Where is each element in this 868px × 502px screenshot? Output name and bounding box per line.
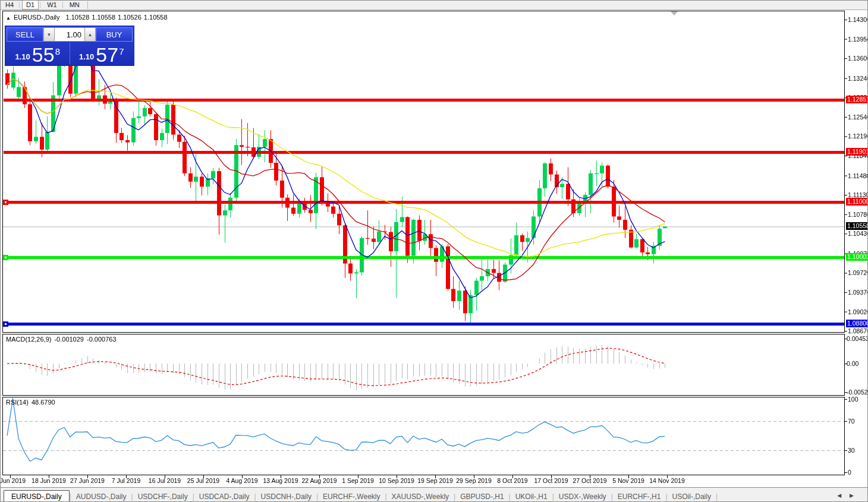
sell-price-big: 55: [32, 46, 55, 64]
ohlc-open: 1.10528: [66, 14, 90, 21]
macd-value: -0.001029: [54, 336, 84, 343]
tab-gbpusd[interactable]: GBPUSD-,H1: [455, 491, 508, 502]
toolbar-separator: [19, 2, 20, 8]
timeframe-button-d1[interactable]: D1: [22, 0, 39, 10]
date-label: 1 Sep 2019: [342, 477, 374, 484]
date-label: 18 Jun 2019: [32, 477, 66, 484]
price-tick-label: 1.11480: [848, 172, 868, 179]
price-tick-label: 1.13950: [848, 36, 868, 43]
macd-axis-label: 0.004536: [847, 335, 867, 342]
price-tick-label: 1.13240: [848, 75, 868, 82]
volume-up-spinner[interactable]: ▲: [84, 27, 96, 42]
date-label: 27 Jun 2019: [70, 477, 105, 484]
volume-input[interactable]: 1.00: [55, 27, 84, 42]
buy-price-prefix: 1.10: [79, 52, 94, 61]
scroll-to-end-marker[interactable]: [671, 11, 678, 15]
rsi-name: RSI(14): [6, 399, 29, 406]
price-level-badge: 1.08800: [846, 320, 868, 327]
date-label: 9 Jun 2019: [0, 477, 26, 484]
date-label: 8 Oct 2019: [497, 477, 527, 484]
macd-signal-value: -0.000763: [87, 336, 117, 343]
price-tick-label: 1.12540: [848, 113, 868, 121]
price-tick-label: 1.10780: [848, 211, 868, 218]
date-label: 5 Nov 2019: [612, 477, 644, 484]
price-level-badge: 1.10003: [846, 253, 868, 261]
date-label: 25 Jul 2019: [187, 477, 219, 484]
date-label: 29 Sep 2019: [456, 477, 492, 484]
buy-price-big: 57: [96, 46, 118, 64]
tab-usdcnh[interactable]: USDCNH-,Daily: [256, 491, 316, 502]
date-label: 16 Jul 2019: [149, 477, 181, 484]
timeframe-button-mn[interactable]: MN: [65, 0, 84, 10]
price-level-badge: 1.11901: [846, 148, 868, 156]
date-label: 13 Aug 2019: [263, 477, 298, 484]
buy-price-display[interactable]: 1.10577: [71, 43, 133, 64]
rsi-axis-label: 70: [848, 418, 868, 425]
toolbar-group-separator: [87, 1, 88, 9]
price-tick-label: 1.13600: [848, 55, 868, 62]
tab-eurchf[interactable]: EURCHF-,H1: [613, 491, 666, 502]
one-click-trading-panel: SELL ▼ 1.00 ▲ BUY 1.10558 1.10577: [5, 26, 134, 66]
date-label: 10 Sep 2019: [379, 477, 414, 484]
chart-title: ▲EURUSD-,Daily1.105281.105581.105261.105…: [6, 14, 170, 21]
tab-usdchf[interactable]: USDCHF-,Daily: [133, 491, 193, 502]
rsi-value: 48.6790: [32, 399, 55, 406]
tab-eurchf[interactable]: EURCHF-,Weekly: [318, 491, 385, 502]
toolbar-separator: [62, 2, 63, 8]
rsi-indicator-label: RSI(14)48.6790: [6, 399, 58, 406]
tab-usoil[interactable]: USOil-,Daily: [668, 491, 716, 502]
sell-price-pipette: 8: [55, 46, 60, 56]
toolbar-separator: [40, 2, 40, 8]
chart-canvas[interactable]: [0, 10, 868, 487]
date-label: 22 Aug 2019: [302, 477, 337, 484]
ohlc-close: 1.10558: [144, 14, 168, 21]
ohlc-low: 1.10526: [118, 14, 141, 21]
price-tick-label: 1.14300: [848, 16, 868, 23]
macd-indicator-label: MACD(12,26,9)-0.001029-0.000763: [6, 336, 119, 343]
volume-down-spinner[interactable]: ▼: [43, 27, 55, 42]
tab-audusd[interactable]: AUDUSD-,Daily: [71, 491, 131, 502]
macd-axis-label: -0.005205: [847, 389, 867, 396]
sell-button[interactable]: SELL: [7, 27, 43, 42]
rsi-axis-label: 30: [848, 447, 868, 454]
price-tick-label: 1.08670: [848, 327, 868, 334]
tab-usdcad[interactable]: USDCAD-,Daily: [194, 491, 254, 502]
price-tick-label: 1.09720: [848, 269, 868, 276]
tab-xauusd[interactable]: XAUUSD-,Weekly: [387, 491, 454, 502]
sell-price-display[interactable]: 1.10558: [7, 43, 69, 64]
chart-area: ▲EURUSD-,Daily1.105281.105581.105261.105…: [0, 10, 868, 487]
buy-price-pipette: 7: [119, 46, 124, 56]
price-level-badge: 1.11000: [846, 198, 868, 206]
tab-eurusd[interactable]: EURUSD-,Daily: [4, 490, 70, 502]
macd-axis-label: 0.00: [847, 360, 867, 367]
terminal-window: H4D1W1MN ▲EURUSD-,Daily1.105281.105581.1…: [0, 0, 868, 502]
rsi-axis-label: 100: [848, 396, 868, 403]
tab-scroll-right-icon[interactable]: ▶: [850, 492, 862, 498]
price-level-badge: 1.12851: [846, 96, 868, 103]
price-tick-label: 1.09020: [848, 308, 868, 315]
chart-marker-icon: ▲: [6, 15, 11, 21]
timeframe-button-w1[interactable]: W1: [43, 0, 61, 10]
rsi-axis-label: 0: [848, 469, 868, 476]
tab-ukoil[interactable]: UKOil-,H1: [511, 491, 552, 502]
price-tick-label: 1.09370: [848, 289, 868, 296]
timeframe-toolbar: H4D1W1MN: [0, 0, 868, 10]
buy-button[interactable]: BUY: [96, 27, 133, 42]
date-label: 27 Oct 2019: [573, 477, 606, 484]
date-label: 14 Nov 2019: [649, 477, 685, 484]
date-label: 17 Oct 2019: [534, 477, 568, 484]
chart-symbol-label: EURUSD-,Daily: [14, 14, 60, 21]
sell-price-prefix: 1.10: [15, 52, 30, 61]
date-label: 7 Jul 2019: [112, 477, 140, 484]
price-tick-label: 1.12190: [848, 132, 868, 140]
tab-usdx[interactable]: USDX-,Weekly: [554, 491, 611, 502]
date-label: 19 Sep 2019: [417, 477, 453, 484]
date-label: 4 Aug 2019: [226, 477, 257, 484]
timeframe-button-h4[interactable]: H4: [1, 0, 18, 10]
macd-name: MACD(12,26,9): [6, 336, 51, 343]
ohlc-high: 1.10558: [92, 14, 115, 21]
price-tick-label: 1.10430: [848, 230, 868, 237]
tab-separator: |: [716, 492, 718, 502]
price-divider: [70, 43, 70, 64]
tab-scroll-left-icon[interactable]: ◀: [837, 492, 850, 498]
